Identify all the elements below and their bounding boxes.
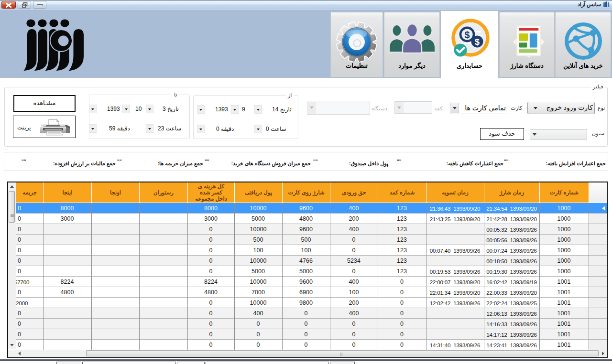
svg-text:$: $ [475, 37, 480, 47]
svg-text:$: $ [464, 30, 470, 40]
